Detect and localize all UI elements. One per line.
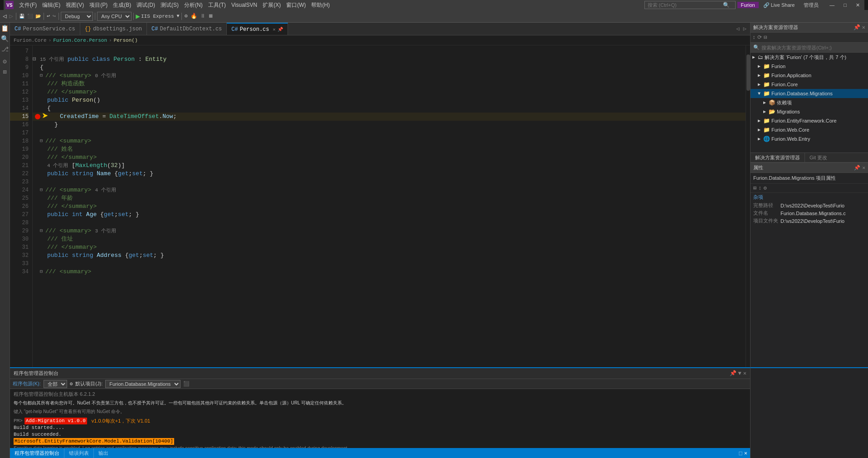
menu-tools[interactable]: 工具(T) — [205, 0, 229, 10]
minimize-btn[interactable]: — — [827, 1, 837, 9]
run-icon[interactable]: ▶ — [136, 12, 140, 21]
tab-defaultdbcontext[interactable]: C# DefaultDbContext.cs — [147, 23, 227, 35]
tab-dbsettings[interactable]: {} dbsettings.json — [80, 23, 147, 35]
tree-root[interactable]: ▶ 🗂 解决方案 'Furion' (7 个项目，共 7 个) — [751, 53, 868, 62]
breadcrumb-class[interactable]: Furion.Core.Person — [53, 38, 107, 43]
menu-debug[interactable]: 调试(D) — [134, 0, 158, 10]
tree-application-arrow: ▶ — [758, 73, 763, 78]
source-select[interactable]: 全部 — [44, 380, 67, 388]
search-input[interactable] — [648, 2, 720, 8]
menu-view[interactable]: 视图(V) — [63, 0, 87, 10]
menu-analyze[interactable]: 分析(N) — [181, 0, 205, 10]
tab-scroll-right-btn[interactable]: ▷ — [741, 25, 748, 33]
tree-item-core[interactable]: ▶ 📁 Furion.Core — [751, 80, 868, 89]
console-bottom-float-icon[interactable]: ⬚ — [739, 450, 742, 457]
props-close-icon[interactable]: ✕ — [862, 165, 865, 171]
se-search-input[interactable] — [761, 45, 865, 50]
fold-24[interactable]: ⊟ — [40, 186, 45, 194]
toolbar-back-btn[interactable]: ◁ — [2, 11, 7, 21]
se-tb-refresh-icon[interactable]: ⟳ — [757, 34, 762, 41]
fold-10[interactable]: ⊟ — [40, 72, 45, 80]
se-tab-explorer[interactable]: 解决方案资源管理器 — [751, 153, 805, 163]
menu-visualsvn[interactable]: VisualSVN — [229, 1, 260, 9]
stop-btn: ⏹ — [207, 12, 215, 20]
breadcrumb-member[interactable]: Person() — [114, 38, 138, 43]
activity-explorer-icon[interactable]: 📋 — [1, 25, 9, 32]
activity-debug-icon[interactable]: ⚙ — [3, 58, 6, 65]
tree-item-furion[interactable]: ▶ 📁 Furion — [751, 62, 868, 71]
line-num-9: 9 — [10, 64, 29, 72]
code-line-23 — [33, 178, 746, 186]
props-sort-icon[interactable]: ↕ — [758, 185, 761, 192]
tab-personservice[interactable]: C# PersonService.cs — [10, 23, 80, 35]
console-bottom-close-icon[interactable]: ✕ — [744, 450, 747, 457]
menu-file[interactable]: 文件(F) — [16, 0, 39, 10]
tree-item-application[interactable]: ▶ 📁 Furion.Application — [751, 71, 868, 80]
toolbar-save-all-btn[interactable]: ⬛ — [26, 13, 34, 20]
activity-search-icon[interactable]: 🔍 — [1, 35, 9, 43]
fold-29[interactable]: ⊟ — [40, 227, 45, 235]
console-toolbar: 程序包源(K): 全部 ⚙ 默认项目(J): Furion.Database.M… — [10, 379, 750, 389]
restore-btn[interactable]: □ — [841, 1, 849, 9]
console-tab-errors[interactable]: 错误列表 — [64, 448, 94, 458]
tree-item-webentry[interactable]: ▶ 🌐 Furion.Web.Entry — [751, 134, 868, 143]
se-tab-git[interactable]: Git 更改 — [805, 153, 832, 163]
se-tb-sync-icon[interactable]: ↕ — [752, 34, 756, 41]
menu-test[interactable]: 测试(S) — [158, 0, 181, 10]
console-open-icon[interactable]: ⬛ — [183, 381, 190, 387]
furion-button[interactable]: Furion — [737, 2, 759, 8]
line-num-16: 16 — [10, 121, 29, 129]
run-label[interactable]: IIS Express — [141, 14, 174, 19]
editor-scrollbar-thumb[interactable] — [746, 54, 750, 91]
console-collapse-icon[interactable]: ▼ — [738, 370, 741, 377]
tree-item-webcore[interactable]: ▶ 📁 Furion.Web.Core — [751, 125, 868, 134]
close-btn[interactable]: ✕ — [853, 1, 863, 9]
props-props-icon[interactable]: ⚙ — [763, 185, 766, 192]
platform-select[interactable]: Any CPU — [97, 12, 132, 21]
toolbar-open-btn[interactable]: 📂 — [34, 13, 42, 20]
menu-project[interactable]: 项目(P) — [87, 0, 110, 10]
code-line-31: /// </summary> — [33, 243, 746, 251]
console-tab-nuget[interactable]: 程序包管理器控制台 — [10, 448, 64, 458]
toolbar-save-btn[interactable]: 💾 — [18, 13, 25, 20]
console-pin-icon[interactable]: 📌 — [730, 370, 736, 377]
tab-person-close[interactable]: ✕ — [273, 27, 276, 32]
menu-help[interactable]: 帮助(H) — [308, 0, 332, 10]
props-pin-icon[interactable]: 📌 — [854, 165, 860, 171]
menu-build[interactable]: 生成(B) — [110, 0, 134, 10]
default-project-select[interactable]: Furion.Database.Migrations — [105, 380, 180, 388]
activity-git-icon[interactable]: ⎇ — [1, 45, 9, 53]
tab-pin-icon[interactable]: 📌 — [278, 27, 283, 32]
manage-btn[interactable]: 管理员 — [801, 1, 821, 10]
run-dropdown-icon[interactable]: ▼ — [177, 14, 180, 19]
attach-btn[interactable]: ⊙ — [184, 12, 189, 20]
menu-extensions[interactable]: 扩展(X) — [260, 0, 283, 10]
tree-item-migrations[interactable]: ▼ 📁 Furion.Database.Migrations — [751, 89, 868, 98]
fold-18[interactable]: ⊟ — [40, 137, 45, 145]
activity-ext-icon[interactable]: ⊞ — [3, 68, 6, 76]
tab-scroll-left-btn[interactable]: ◁ — [735, 25, 741, 33]
search-box[interactable]: 🔍 — [644, 1, 736, 9]
code-line-16: } — [33, 121, 746, 129]
fold-8[interactable]: ⊟ — [33, 55, 40, 64]
console-close-icon[interactable]: ✕ — [743, 370, 746, 377]
tab-person[interactable]: C# Person.cs ✕ 📌 — [227, 23, 288, 35]
hotreload-btn[interactable]: 🔥 — [190, 12, 198, 20]
se-tb-collapse-icon[interactable]: ⊟ — [764, 34, 767, 41]
toolbar: ◁ ▷ 💾 ⬛ 📂 ↩ ↪ Debug Release Any CPU ▶ II… — [0, 10, 868, 23]
tree-item-deps[interactable]: ▶ 📦 依赖项 — [751, 98, 868, 107]
breadcrumb-namespace[interactable]: Furion.Core — [14, 38, 47, 43]
props-categorize-icon[interactable]: ⊞ — [753, 185, 756, 192]
tree-item-ef[interactable]: ▶ 📁 Furion.EntityFramework.Core — [751, 116, 868, 125]
toolbar-undo-btn[interactable]: ↩ — [46, 12, 51, 20]
settings-icon[interactable]: ⚙ — [70, 381, 73, 387]
debug-mode-select[interactable]: Debug Release — [61, 12, 93, 21]
menu-window[interactable]: 窗口(W) — [283, 0, 308, 10]
menu-edit[interactable]: 编辑(E) — [39, 0, 63, 10]
tree-item-migrations-folder[interactable]: ▶ 📂 Migrations — [751, 107, 868, 116]
fold-34[interactable]: ⊟ — [40, 268, 45, 276]
liveshare-btn[interactable]: 🔗 Live Share — [761, 1, 798, 9]
console-tab-output[interactable]: 输出 — [94, 448, 113, 458]
se-pin-icon[interactable]: 📌 — [853, 24, 860, 31]
se-close-icon[interactable]: ✕ — [862, 24, 865, 31]
